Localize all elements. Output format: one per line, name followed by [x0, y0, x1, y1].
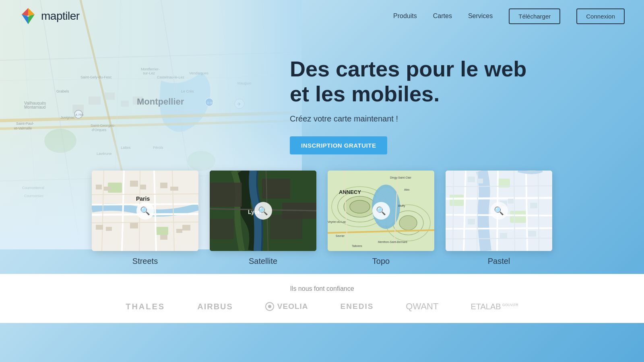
map-cards-section: Paris 🔍 Streets: [0, 171, 644, 266]
svg-rect-80: [210, 183, 242, 207]
svg-rect-73: [130, 223, 138, 228]
svg-text:Bluffy: Bluffy: [398, 204, 405, 208]
svg-rect-55: [156, 227, 168, 235]
connexion-button[interactable]: Connexion: [576, 8, 625, 24]
satellite-label: Satellite: [249, 257, 277, 266]
svg-rect-72: [106, 227, 112, 231]
svg-text:ANNECY: ANNECY: [339, 189, 361, 195]
svg-rect-130: [468, 219, 475, 224]
svg-rect-74: [160, 235, 167, 240]
satellite-map-preview[interactable]: Lyon 🔍: [210, 171, 316, 251]
navbar: maptiler Produits Cartes Services Téléch…: [0, 0, 644, 32]
svg-text:Sevrier: Sevrier: [336, 234, 345, 237]
logo-text: maptiler: [41, 10, 80, 23]
svg-rect-71: [96, 225, 103, 230]
svg-text:Alex: Alex: [404, 188, 410, 191]
topo-map-preview[interactable]: ANNECY Dingy-Saint-Clair Alex Bluffy Sev…: [328, 171, 434, 251]
svg-rect-66: [104, 187, 111, 191]
trust-logo-veolia: VEOLIA: [265, 302, 308, 311]
svg-text:Veyrier-du-Lac: Veyrier-du-Lac: [328, 220, 346, 224]
logo-icon: [19, 7, 37, 25]
svg-rect-131: [500, 233, 507, 239]
svg-point-134: [268, 305, 271, 308]
cta-button[interactable]: INSCRIPTION GRATUITE: [290, 136, 387, 154]
svg-line-113: [446, 198, 552, 199]
map-card-satellite: Lyon 🔍 Satellite: [210, 171, 316, 266]
svg-point-92: [350, 200, 370, 213]
trust-logo-etalab: etalab gouv.fr: [471, 302, 518, 311]
pastel-search-icon[interactable]: 🔍: [490, 202, 508, 220]
hero-content: Des cartes pour le webet les mobiles. Cr…: [0, 56, 644, 154]
nav-services[interactable]: Services: [468, 12, 493, 20]
map-card-topo: ANNECY Dingy-Saint-Clair Alex Bluffy Sev…: [328, 171, 434, 266]
svg-line-115: [446, 228, 552, 229]
map-card-streets: Paris 🔍 Streets: [92, 171, 198, 266]
svg-rect-65: [96, 185, 102, 189]
satellite-search-icon[interactable]: 🔍: [254, 202, 272, 220]
svg-rect-67: [130, 181, 138, 187]
trust-logos: THALES AIRBUS VEOLIA ENEDIS Qwant etalab…: [32, 301, 612, 312]
streets-label: Streets: [132, 257, 158, 266]
svg-text:Paris: Paris: [136, 195, 150, 202]
svg-rect-70: [170, 187, 178, 191]
svg-rect-68: [140, 185, 146, 189]
pastel-label: Pastel: [488, 257, 510, 266]
trust-logo-thales: THALES: [126, 302, 165, 311]
nav-produits[interactable]: Produits: [393, 12, 417, 20]
logo[interactable]: maptiler: [19, 7, 80, 25]
svg-text:Talloires: Talloires: [352, 245, 362, 247]
map-card-pastel: 🔍 Pastel: [446, 171, 552, 266]
svg-rect-76: [182, 225, 190, 230]
trust-title: Ils nous font confiance: [32, 285, 612, 292]
svg-rect-69: [160, 183, 167, 188]
nav-links: Produits Cartes Services Télécharger Con…: [393, 8, 625, 24]
svg-rect-132: [528, 231, 536, 237]
svg-rect-110: [450, 195, 464, 206]
topo-search-icon[interactable]: 🔍: [372, 202, 390, 220]
svg-rect-111: [510, 211, 526, 223]
svg-rect-125: [468, 177, 475, 182]
hero-subtitle: Créez votre carte maintenant !: [290, 114, 612, 123]
trust-logo-qwant: Qwant: [406, 301, 438, 312]
pastel-map-preview[interactable]: 🔍: [446, 171, 552, 251]
svg-text:Dingy-Saint-Clair: Dingy-Saint-Clair: [390, 176, 412, 179]
svg-point-95: [399, 216, 417, 230]
svg-rect-129: [530, 203, 537, 208]
streets-search-icon[interactable]: 🔍: [136, 202, 154, 220]
svg-rect-126: [477, 179, 483, 183]
veolia-icon: [265, 302, 274, 311]
trust-section: Ils nous font confiance THALES AIRBUS VE…: [0, 274, 644, 323]
topo-label: Topo: [372, 257, 390, 266]
telecharger-button[interactable]: Télécharger: [509, 8, 560, 24]
svg-rect-75: [176, 229, 182, 233]
trust-logo-airbus: AIRBUS: [197, 302, 233, 311]
svg-rect-82: [210, 219, 234, 239]
hero-title: Des cartes pour le webet les mobiles.: [290, 56, 612, 106]
trust-logo-enedis: ENEDIS: [341, 302, 374, 311]
nav-cartes[interactable]: Cartes: [433, 12, 452, 20]
svg-rect-128: [508, 199, 514, 204]
streets-map-preview[interactable]: Paris 🔍: [92, 171, 198, 251]
svg-text:Menthon-Saint-Bernard: Menthon-Saint-Bernard: [378, 241, 407, 243]
